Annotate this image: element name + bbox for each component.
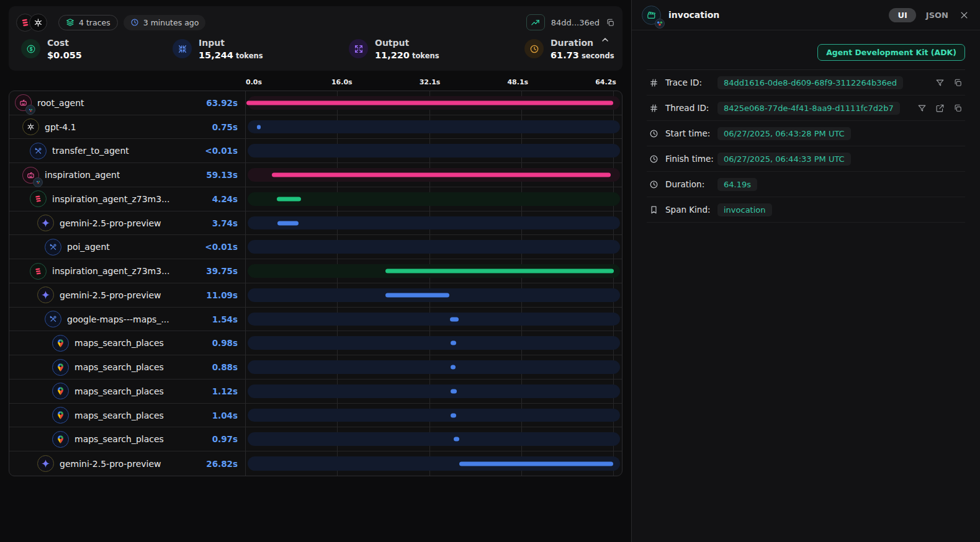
maps-icon [52,431,69,448]
span-duration: 0.98s [212,338,245,348]
clock-icon [524,39,544,58]
table-row[interactable]: poi_agent<0.01s [9,235,622,259]
field-row: Start time:06/27/2025, 06:43:28 PM UTC [647,121,965,146]
provider-logos [16,14,47,32]
table-row[interactable]: maps_search_places0.98s [9,331,622,355]
table-row[interactable]: transfer_to_agent<0.01s [9,139,622,163]
span-bar [451,341,456,345]
copy-button[interactable] [953,104,963,113]
field-label: Start time: [665,128,717,138]
span-name: maps_search_places [74,411,164,420]
span-name: inspiration_agent_z73m3... [52,194,170,204]
clock-icon [649,154,659,164]
stat-unit: tokens [412,51,439,60]
table-row[interactable]: maps_search_places1.12s [9,380,622,404]
span-duration: 0.97s [212,434,245,444]
timeline-cell [246,91,622,115]
timeline-cell [246,308,622,331]
framework-badge[interactable]: Agent Development Kit (ADK) [817,44,965,61]
span-bar [257,125,261,129]
table-row[interactable]: gpt-4.10.75s [9,115,622,140]
span-duration: 63.92s [206,98,245,108]
span-bar [385,293,449,297]
span-duration: 0.75s [212,122,245,132]
stat-unit: seconds [582,51,614,60]
maps-icon [52,407,69,424]
opik-icon [30,190,47,207]
span-bar [459,461,613,466]
copy-trace-id-button[interactable] [606,18,615,27]
span-bar [385,269,613,273]
filter-button[interactable] [935,78,945,87]
openai-logo-icon [29,14,47,32]
field-value: invocation [717,203,772,216]
tools-icon [45,311,61,327]
field-value: 06/27/2025, 06:44:33 PM UTC [717,153,851,166]
stat-label: Input [199,37,263,49]
span-bar [451,413,457,417]
table-row[interactable]: gemini-2.5-pro-preview26.82s [9,451,622,476]
stat-output: Output11,220tokens [349,37,524,61]
field-row: Trace ID:84dd1616-0de8-d609-68f9-3112264… [647,70,965,96]
timeline-cell [246,139,622,162]
timeline-axis: 0.0s16.0s32.1s48.1s64.2s [254,78,606,89]
trace-id-short: 84dd...36ed [551,18,600,27]
framework-badge-row: Agent Development Kit (ADK) [647,30,965,70]
span-bar [450,317,459,321]
clock-icon [649,129,659,138]
span-bar [451,365,456,370]
trace-metrics-button[interactable] [526,14,545,30]
tools-icon [45,239,61,255]
table-row[interactable]: inspiration_agent_z73m3...4.24s [9,187,622,211]
last-updated-badge: 3 minutes ago [124,15,206,30]
dollar-icon [21,39,40,58]
stat-unit: tokens [236,51,263,60]
tab-ui[interactable]: UI [889,8,915,22]
table-row[interactable]: root_agent63.92s [9,91,622,115]
copy-button[interactable] [953,78,963,87]
table-row[interactable]: maps_search_places0.97s [9,427,622,451]
copy-icon [606,18,615,27]
gemini-icon [37,455,54,472]
filter-button[interactable] [917,104,927,113]
trace-summary-card: 4 traces 3 minutes ago 84dd...36ed Cost$… [9,6,623,71]
span-duration: 3.74s [212,218,245,228]
timeline-cell [246,163,622,187]
table-row[interactable]: gemini-2.5-pro-preview3.74s [9,211,622,236]
stats-row: Cost$0.055Input15,244tokensOutput11,220t… [16,33,615,62]
span-detail-panel: invocation UI JSON Agent Development Kit… [631,0,980,542]
bookmark-icon [649,205,659,215]
table-row[interactable]: maps_search_places1.04s [9,404,622,428]
table-row[interactable]: inspiration_agent59.13s [9,163,622,187]
table-row[interactable]: gemini-2.5-pro-preview11.09s [9,283,622,308]
span-name: inspiration_agent [45,170,120,180]
field-row: Finish time:06/27/2025, 06:44:33 PM UTC [647,146,965,172]
span-name: maps_search_places [74,386,164,396]
timeline-cell [246,380,622,403]
field-row: Thread ID:8425e068-77de-4f41-8aa9-d1111f… [647,96,965,121]
span-title: invocation [668,10,719,20]
table-row[interactable]: maps_search_places0.88s [9,355,622,380]
axis-tick: 48.1s [507,78,528,86]
hash-icon [649,78,659,87]
span-duration: 1.54s [212,314,245,324]
table-row[interactable]: google-maps---maps_...1.54s [9,308,622,332]
close-icon [960,11,969,20]
trace-waterfall-table: root_agent63.92sgpt-4.10.75stransfer_to_… [9,91,623,476]
maps-icon [52,383,69,399]
span-bar [454,437,459,442]
tab-json[interactable]: JSON [926,11,948,20]
trace-table-rows: root_agent63.92sgpt-4.10.75stransfer_to_… [9,91,622,476]
collapse-stats-button[interactable] [600,35,610,45]
axis-tick: 32.1s [420,78,441,86]
table-row[interactable]: inspiration_agent_z73m3...39.75s [9,259,622,283]
span-name: gemini-2.5-pro-preview [60,218,161,228]
span-name: gemini-2.5-pro-preview [60,290,161,300]
timeline-cell [246,451,622,476]
tools-icon [30,143,47,159]
close-panel-button[interactable] [960,11,969,20]
open-external-button[interactable] [935,104,945,113]
maps-icon [52,335,69,352]
stat-label: Cost [47,37,82,49]
timeline-cell [246,331,622,355]
